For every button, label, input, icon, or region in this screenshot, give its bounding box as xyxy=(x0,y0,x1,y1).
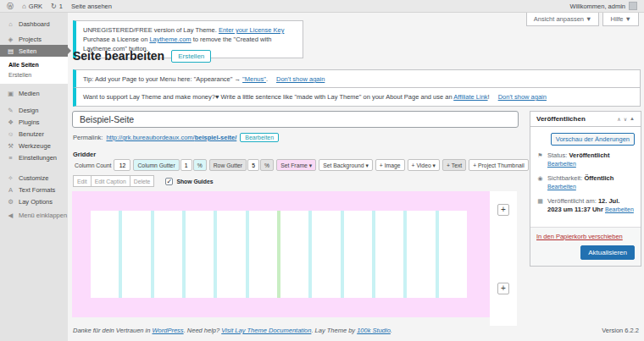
view-page-label: Seite ansehen xyxy=(71,3,112,10)
move-to-trash-link[interactable]: In den Papierkorb verschieben xyxy=(536,233,623,240)
collapse-panel-icon[interactable]: ▲ xyxy=(630,116,635,122)
add-row-button[interactable]: + xyxy=(497,283,509,294)
customize-icon: ✧ xyxy=(7,174,14,182)
submenu-item-alle-seiten[interactable]: Alle Seiten xyxy=(0,60,68,70)
sidebar-item-medien[interactable]: ▣ Medien xyxy=(0,87,68,99)
dismiss-tip-link[interactable]: Don't show again xyxy=(276,75,325,83)
studio-link[interactable]: 100k Studio xyxy=(357,327,391,334)
enter-license-key-link[interactable]: Enter your License Key xyxy=(219,26,285,34)
status-value: Veröffentlicht xyxy=(569,151,609,159)
set-background-dropdown[interactable]: Set Background ▾ xyxy=(319,159,373,171)
seiten-submenu: Alle Seiten Erstellen xyxy=(0,57,68,84)
grid-column[interactable] xyxy=(407,211,435,298)
page-title: Seite bearbeiten xyxy=(73,49,164,63)
add-row-button[interactable]: + xyxy=(497,204,509,216)
publish-panel-footer: In den Papierkorb verschieben Aktualisie… xyxy=(530,227,641,266)
add-project-thumbnail-button[interactable]: + Project Thumbnail xyxy=(469,159,529,171)
add-row-strip: + + xyxy=(490,191,517,326)
wordpress-logo-icon[interactable]: Ⓦ xyxy=(7,2,14,11)
page-header: Seite bearbeiten Erstellen xyxy=(73,49,211,63)
published-date-row: ▦ Veröffentlicht am: 12. Jul. 2023 um 11… xyxy=(536,197,635,214)
sidebar-item-label: Customize xyxy=(19,174,48,182)
menus-link[interactable]: "Menus" xyxy=(242,75,266,83)
edit-caption-button[interactable]: Edit Caption xyxy=(91,175,130,187)
home-icon: ⌂ xyxy=(22,3,26,10)
admin-sidebar: ⌂ Dashboard ◈ Projects ▤ Seiten Alle Sei… xyxy=(0,13,68,341)
sidebar-item-dashboard[interactable]: ⌂ Dashboard xyxy=(0,18,68,30)
column-count-input[interactable] xyxy=(114,159,130,171)
delete-button[interactable]: Delete xyxy=(130,175,155,187)
wordpress-link[interactable]: WordPress xyxy=(153,327,184,334)
grid-column[interactable] xyxy=(91,211,119,298)
sidebar-item-text-formats[interactable]: A Text Formats xyxy=(0,184,68,195)
show-guides-label: Show Guides xyxy=(176,179,213,184)
grid-column[interactable] xyxy=(249,211,277,298)
collapse-menu-button[interactable]: ◀ Menü einklappen xyxy=(0,209,68,221)
avatar[interactable] xyxy=(629,2,637,10)
grid-column[interactable] xyxy=(154,211,182,298)
grid-column[interactable] xyxy=(344,211,372,298)
add-video-dropdown[interactable]: + Video ▾ xyxy=(408,159,440,171)
sidebar-item-label: Medien xyxy=(19,90,40,97)
sidebar-item-einstellungen[interactable]: ≡ Einstellungen xyxy=(0,151,68,163)
column-gutter-input[interactable] xyxy=(180,159,192,171)
submenu-item-erstellen[interactable]: Erstellen xyxy=(0,70,68,80)
grid-column[interactable] xyxy=(439,211,467,298)
edit-button[interactable]: Edit xyxy=(73,175,92,187)
edit-visibility-link[interactable]: Bearbeiten xyxy=(547,184,576,190)
create-page-button[interactable]: Erstellen xyxy=(171,50,211,63)
edit-status-link[interactable]: Bearbeiten xyxy=(547,161,576,167)
grid-column[interactable] xyxy=(375,211,403,298)
tip-text: Tip: Add your Page to your Menu here: "A… xyxy=(83,75,242,83)
gridder-toolbar: Column Count Column Gutter % Row Gutter … xyxy=(73,159,520,171)
screen-options-button[interactable]: Ansicht anpassen ▼ xyxy=(526,13,600,26)
sidebar-item-design[interactable]: ✎ Design xyxy=(0,104,68,116)
welcome-admin-link[interactable]: Willkommen, admin xyxy=(570,3,625,10)
footer-text: Danke für dein Vertrauen in xyxy=(73,327,153,334)
laytheme-com-link[interactable]: Laytheme.com xyxy=(149,36,191,43)
eye-icon: ◉ xyxy=(536,174,544,191)
sidebar-item-projects[interactable]: ◈ Projects xyxy=(0,33,68,45)
affiliate-link[interactable]: Affiliate Link xyxy=(453,93,487,101)
grid-column[interactable] xyxy=(122,211,150,298)
sidebar-item-werkzeuge[interactable]: ⚒ Werkzeuge xyxy=(0,140,68,151)
order-down-icon[interactable]: ∨ xyxy=(624,116,627,122)
lay-theme-docs-link[interactable]: Visit Lay Theme Documentation xyxy=(221,327,311,334)
sidebar-item-seiten[interactable]: ▤ Seiten xyxy=(0,45,68,57)
sidebar-item-plugins[interactable]: ❖ Plugins xyxy=(0,116,68,128)
updates-link[interactable]: ↻ 1 xyxy=(51,3,63,10)
grid-column[interactable] xyxy=(312,211,340,298)
update-button[interactable]: Aktualisieren xyxy=(580,245,635,260)
edit-published-link[interactable]: Bearbeiten xyxy=(605,206,634,212)
sidebar-item-label: Seiten xyxy=(19,47,36,55)
grid-column[interactable] xyxy=(217,211,245,298)
publish-panel-header[interactable]: Veröffentlichen ∧ ∨ ▲ xyxy=(530,112,641,127)
grid-column[interactable] xyxy=(280,211,308,298)
page-title-input[interactable] xyxy=(72,111,519,128)
order-up-icon[interactable]: ∧ xyxy=(617,116,620,122)
preview-changes-button[interactable]: Vorschau der Änderungen xyxy=(551,133,635,146)
visibility-label: Sichtbarkeit: xyxy=(547,174,582,182)
row-gutter-input[interactable] xyxy=(247,159,259,171)
sidebar-item-customize[interactable]: ✧ Customize xyxy=(0,172,68,184)
permalink-url-link[interactable]: http://grk.bureaubordeaux.com/ xyxy=(106,134,194,141)
set-frame-dropdown[interactable]: Set Frame ▾ xyxy=(276,159,316,171)
permalink-label: Permalink: xyxy=(73,134,103,141)
view-page-link[interactable]: Seite ansehen xyxy=(71,3,112,10)
sidebar-item-benutzer[interactable]: ☺ Benutzer xyxy=(0,128,68,140)
dismiss-tip-link[interactable]: Don't show again xyxy=(498,93,547,101)
grid-column[interactable] xyxy=(186,211,214,298)
edit-permalink-button[interactable]: Bearbeiten xyxy=(240,133,279,142)
add-image-button[interactable]: + Image xyxy=(375,159,405,171)
permalink-slug-link[interactable]: beispiel-seite/ xyxy=(195,134,237,141)
sidebar-item-lay-options[interactable]: ⚙ Lay Options xyxy=(0,195,68,207)
site-name-link[interactable]: ⌂ GRK xyxy=(22,3,42,10)
show-guides-checkbox[interactable]: ✓ xyxy=(165,178,173,185)
gridder-canvas[interactable] xyxy=(72,191,490,317)
help-button[interactable]: Hilfe ▼ xyxy=(602,13,639,26)
settings-icon: ≡ xyxy=(7,154,14,162)
add-text-button[interactable]: + Text xyxy=(442,159,466,171)
publish-panel: Veröffentlichen ∧ ∨ ▲ Vorschau der Änder… xyxy=(530,111,641,267)
footer-text: . xyxy=(391,327,392,334)
text-format-icon: A xyxy=(7,186,14,194)
